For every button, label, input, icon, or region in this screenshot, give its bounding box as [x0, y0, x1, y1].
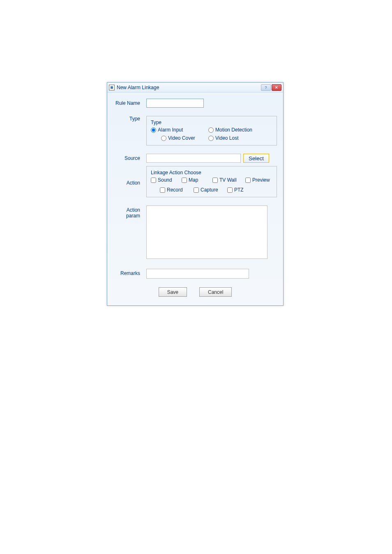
- close-button[interactable]: ✕: [272, 84, 281, 91]
- remarks-label: Remarks: [113, 269, 146, 276]
- linkage-legend: Linkage Action Choose: [149, 170, 272, 175]
- capture-checkbox[interactable]: [194, 187, 199, 193]
- preview-checkbox[interactable]: [245, 178, 251, 183]
- sound-label[interactable]: Sound: [158, 177, 172, 183]
- select-button[interactable]: Select: [243, 154, 269, 163]
- type-label: Type: [113, 114, 146, 122]
- button-row: Save Cancel: [113, 287, 277, 297]
- video-lost-radio[interactable]: [208, 136, 214, 141]
- sound-checkbox[interactable]: [151, 178, 156, 183]
- tv-wall-label[interactable]: TV Wall: [219, 177, 237, 183]
- action-param-label: Action param: [113, 205, 146, 219]
- map-label[interactable]: Map: [189, 177, 198, 183]
- dialog-content: Rule Name Type Type Alarm Input: [107, 92, 283, 305]
- type-legend: Type: [149, 120, 272, 125]
- motion-detection-radio[interactable]: [208, 127, 214, 133]
- minimize-button[interactable]: ?: [261, 84, 271, 91]
- rule-name-input[interactable]: [146, 99, 204, 108]
- alarm-input-label[interactable]: Alarm Input: [158, 127, 183, 133]
- video-cover-label[interactable]: Video Cover: [168, 135, 195, 141]
- record-label[interactable]: Record: [167, 187, 183, 193]
- rule-name-row: Rule Name: [113, 99, 277, 108]
- action-label: Action: [113, 169, 146, 186]
- video-lost-label[interactable]: Video Lost: [215, 135, 239, 141]
- alarm-input-radio[interactable]: [151, 127, 156, 133]
- source-row: Source Select: [113, 154, 277, 163]
- source-input[interactable]: [146, 154, 241, 163]
- type-fieldset: Type Alarm Input Motion Detection: [146, 116, 277, 145]
- action-row: Action Linkage Action Choose Sound Map: [113, 169, 277, 197]
- tv-wall-checkbox[interactable]: [212, 178, 218, 183]
- linkage-fieldset: Linkage Action Choose Sound Map TV Wa: [146, 166, 277, 197]
- window-title: New Alarm Linkage: [117, 85, 261, 90]
- window-controls: ? ✕: [261, 84, 281, 91]
- action-param-row: Action param: [113, 205, 277, 259]
- titlebar: New Alarm Linkage ? ✕: [107, 83, 283, 92]
- source-label: Source: [113, 154, 146, 161]
- type-row: Type Type Alarm Input Motion Detection: [113, 114, 277, 145]
- record-checkbox[interactable]: [160, 187, 165, 193]
- save-button[interactable]: Save: [159, 287, 187, 297]
- preview-label[interactable]: Preview: [252, 177, 270, 183]
- video-cover-radio[interactable]: [161, 136, 166, 141]
- ptz-checkbox[interactable]: [227, 187, 233, 193]
- dialog-window: New Alarm Linkage ? ✕ Rule Name Type Typ…: [107, 82, 284, 306]
- motion-detection-label[interactable]: Motion Detection: [215, 127, 252, 133]
- rule-name-label: Rule Name: [113, 99, 146, 106]
- cancel-button[interactable]: Cancel: [199, 287, 232, 297]
- remarks-input[interactable]: [146, 269, 249, 279]
- app-icon: [109, 85, 115, 90]
- ptz-label[interactable]: PTZ: [234, 187, 244, 193]
- remarks-row: Remarks: [113, 269, 277, 280]
- action-param-box[interactable]: [146, 205, 267, 259]
- map-checkbox[interactable]: [182, 178, 187, 183]
- capture-label[interactable]: Capture: [201, 187, 218, 193]
